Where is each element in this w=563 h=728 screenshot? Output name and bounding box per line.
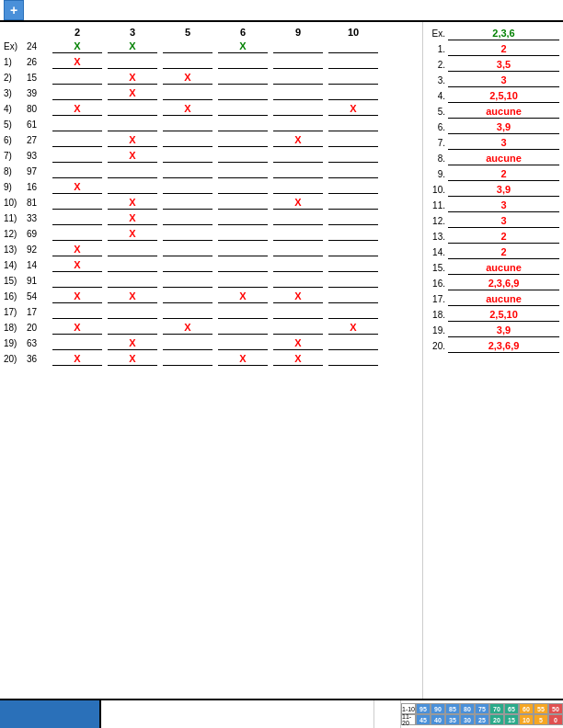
row-label: 9)16 [4, 182, 50, 192]
problem-row: 19)63XX [4, 336, 419, 351]
mark-cell [163, 290, 213, 303]
mark-cell [328, 290, 378, 303]
stat-10: 10 [519, 714, 534, 725]
row-label: 8)97 [4, 166, 50, 176]
row-number: 91 [27, 276, 37, 286]
page-footer: 1-10 95 90 85 80 75 70 65 60 55 50 11-20… [0, 699, 563, 728]
stat-75: 75 [475, 703, 489, 714]
mark-cell [328, 259, 378, 272]
answer-row: 4.2,5,10 [427, 88, 559, 104]
answer-row: 7.3 [427, 135, 559, 151]
mark-cell [163, 87, 213, 100]
row-label: 16)54 [4, 291, 50, 301]
mark-cell: X [52, 353, 102, 366]
answer-row: 16.2,3,6,9 [427, 276, 559, 291]
answer-label: 15. [427, 263, 445, 273]
column-headers: 2 3 5 6 9 10 [4, 27, 419, 38]
mark-cell [52, 165, 102, 178]
answer-label: 13. [427, 232, 445, 242]
row-label: 5)61 [4, 119, 50, 130]
stat-25: 25 [475, 714, 489, 725]
mark-cell [163, 56, 213, 69]
row-number: 17 [27, 307, 37, 317]
answer-label: 6. [427, 122, 445, 132]
row-label: 20)36 [4, 354, 50, 364]
mark-cell: X [52, 322, 102, 335]
stat-40: 40 [431, 714, 445, 725]
col-3-header: 3 [105, 27, 160, 38]
mark-cell: X [108, 212, 157, 225]
mark-cell [218, 87, 268, 100]
mark-cell [273, 40, 323, 53]
row-number: 92 [27, 245, 37, 255]
mark-cell [163, 181, 213, 194]
problem-row: 10)81XX [4, 195, 419, 210]
row-number: 33 [27, 213, 37, 223]
mark-cell [108, 119, 157, 131]
problem-row: 18)20XXX [4, 320, 419, 336]
mark-cell [52, 212, 102, 225]
row-index: 13) [4, 245, 24, 255]
mark-cell: X [218, 353, 268, 366]
problem-row: 13)92X [4, 242, 419, 257]
mark-cell: X [108, 40, 157, 53]
mark-cell [328, 244, 378, 256]
row-index: 14) [4, 260, 24, 270]
answer-label: 17. [427, 294, 445, 304]
col-9-header: 9 [270, 27, 326, 38]
mark-cell: X [108, 290, 157, 303]
mark-cell [218, 119, 268, 131]
row-number: 26 [27, 57, 37, 67]
row-number: 24 [27, 41, 37, 51]
row-index: 12) [4, 229, 24, 239]
left-panel: 2 3 5 6 9 10 Ex)24XXX1)26X2)15XX3)39X4)8… [0, 22, 423, 699]
logo-icon: + [4, 0, 24, 20]
mark-cell [52, 228, 102, 241]
problem-row: 2)15XX [4, 70, 419, 85]
problem-row: 14)14X [4, 257, 419, 273]
row-number: 36 [27, 354, 37, 364]
answer-row: 11.3 [427, 198, 559, 213]
mark-cell [273, 306, 323, 319]
mark-cell: X [108, 337, 157, 350]
mark-cell [328, 87, 378, 100]
mark-cell [108, 56, 157, 69]
row-label: 19)63 [4, 338, 50, 348]
row-number: 16 [27, 182, 37, 192]
mark-cell: X [328, 322, 378, 335]
page-header: + [0, 0, 563, 22]
website-label [101, 700, 373, 728]
problems-container: Ex)24XXX1)26X2)15XX3)39X4)80XXX5)616)27X… [4, 39, 419, 367]
row-index: 1) [4, 57, 24, 67]
answers-container: Ex.2,3,61.22.3,53.34.2,5,105.aucune6.3,9… [427, 26, 559, 354]
mark-cell: X [273, 337, 323, 350]
mark-cell [218, 103, 268, 116]
answer-row: 19.3,9 [427, 323, 559, 338]
answer-value: 3,9 [448, 184, 559, 197]
answer-row: 2.3,5 [427, 57, 559, 73]
problem-row: 4)80XXX [4, 101, 419, 117]
answer-label: Ex. [427, 28, 445, 39]
answer-value: 3 [448, 215, 559, 228]
row-index: 7) [4, 151, 24, 161]
row-label: 2)15 [4, 73, 50, 83]
row-number: 93 [27, 151, 37, 161]
mark-cell: X [218, 290, 268, 303]
answer-row: 8.aucune [427, 151, 559, 166]
mark-cell [163, 275, 213, 288]
mark-cell [328, 181, 378, 194]
mark-cell [328, 337, 378, 350]
answer-value: aucune [448, 262, 559, 275]
mark-cell: X [52, 244, 102, 256]
mark-cell [328, 197, 378, 210]
answer-label: 9. [427, 169, 445, 179]
stat-45: 45 [416, 714, 431, 725]
mark-cell: X [273, 353, 323, 366]
mark-cell [218, 134, 268, 147]
answer-row: 6.3,9 [427, 119, 559, 135]
mark-cell: X [273, 290, 323, 303]
row-index: 4) [4, 104, 24, 114]
mark-cell [328, 40, 378, 53]
answer-row: 14.2 [427, 245, 559, 260]
stat-50: 50 [548, 703, 563, 714]
